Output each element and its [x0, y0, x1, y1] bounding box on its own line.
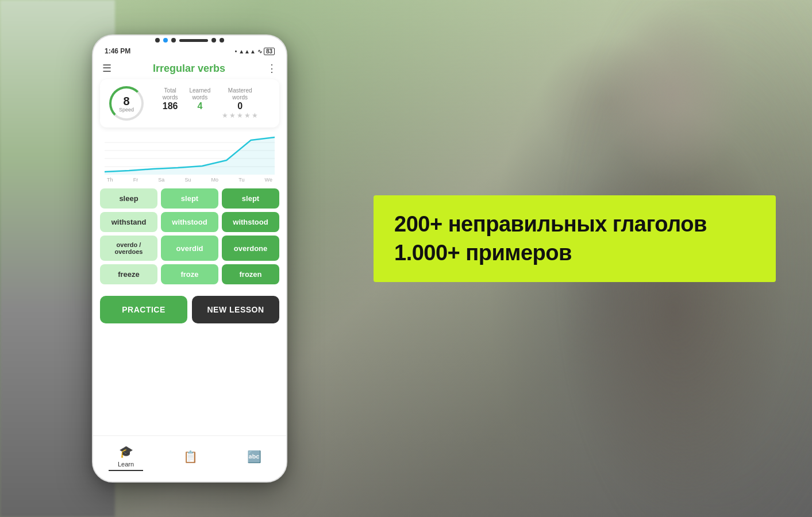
translate-icon: 🔤: [247, 450, 261, 464]
more-menu-icon[interactable]: ⋮: [267, 62, 277, 75]
verb-overdo-past[interactable]: overdid: [161, 236, 218, 261]
stats-card: 8 Speed Totalwords 186 Learnedwords 4 Ma…: [100, 79, 279, 128]
verbs-list: sleep slept slept withstand withstood wi…: [93, 188, 286, 284]
speed-circle: 8 Speed: [109, 86, 144, 121]
phone-wrapper: 1:46 PM • ▲▲▲ ∿ 83 ☰ Irregular verbs ⋮ 8…: [92, 34, 287, 483]
mastered-label: Masteredwords: [222, 87, 258, 101]
speed-value: 8: [123, 95, 129, 108]
learned-value: 4: [190, 101, 211, 111]
status-time: 1:46 PM: [105, 47, 130, 55]
new-lesson-button[interactable]: NEW LESSON: [192, 296, 279, 323]
action-buttons: PRACTICE NEW LESSON: [100, 296, 279, 323]
verb-row-overdo: overdo /overdoes overdid overdone: [100, 236, 279, 261]
chart-label-th: Th: [107, 177, 113, 183]
star-5: ★: [252, 111, 258, 119]
promo-line2: 1.000+ примеров: [394, 240, 755, 267]
notch-dot-5: [220, 38, 224, 43]
chart-x-labels: Th Fr Sa Su Mo Tu We: [105, 177, 275, 183]
verb-sleep-pp[interactable]: slept: [222, 188, 279, 209]
verb-overdo-base[interactable]: overdo /overdoes: [100, 236, 157, 261]
status-icons: • ▲▲▲ ∿ 83: [235, 48, 275, 55]
stats-columns: Totalwords 186 Learnedwords 4 Masteredwo…: [151, 87, 270, 119]
phone: 1:46 PM • ▲▲▲ ∿ 83 ☰ Irregular verbs ⋮ 8…: [92, 34, 287, 483]
star-1: ★: [222, 111, 228, 119]
nav-learn[interactable]: 🎓 Learn: [109, 442, 143, 471]
app-title-colored: Irregular: [153, 63, 195, 74]
hamburger-menu[interactable]: ☰: [102, 62, 111, 75]
practice-button[interactable]: PRACTICE: [100, 296, 187, 323]
learned-words-col: Learnedwords 4: [190, 87, 211, 119]
star-4: ★: [244, 111, 251, 119]
chart-label-tu: Tu: [238, 177, 244, 183]
chart-label-we: We: [265, 177, 272, 183]
notch-area: [93, 36, 286, 43]
notch-pill: [179, 39, 208, 42]
app-title: Irregular verbs: [153, 63, 225, 75]
mastered-words-col: Masteredwords 0 ★ ★ ★ ★ ★: [222, 87, 258, 119]
verb-withstand-base[interactable]: withstand: [100, 212, 157, 232]
app-title-plain: verbs: [195, 63, 225, 74]
bottom-nav: 🎓 Learn 📋 🔤: [93, 435, 286, 481]
verb-withstand-past[interactable]: withstood: [161, 212, 218, 232]
speed-label: Speed: [119, 107, 134, 113]
svg-marker-4: [105, 137, 275, 175]
verb-freeze-base[interactable]: freeze: [100, 264, 157, 284]
verb-sleep-past[interactable]: slept: [161, 188, 218, 209]
verb-row-freeze: freeze froze frozen: [100, 264, 279, 284]
promo-line1: 200+ неправильных глаголов: [394, 211, 755, 238]
status-bar: 1:46 PM • ▲▲▲ ∿ 83: [93, 43, 286, 57]
chart-label-su: Su: [184, 177, 191, 183]
verb-overdo-pp[interactable]: overdone: [222, 236, 279, 261]
chart-container: Th Fr Sa Su Mo Tu We: [100, 132, 279, 184]
nav-learn-label: Learn: [118, 461, 134, 468]
battery-icon: 83: [264, 48, 275, 55]
learned-label: Learnedwords: [190, 87, 211, 101]
verb-freeze-past[interactable]: froze: [161, 264, 218, 284]
total-words-col: Totalwords 186: [163, 87, 178, 119]
progress-chart: [105, 134, 275, 175]
verb-sleep-base[interactable]: sleep: [100, 188, 157, 209]
nav-translate[interactable]: 🔤: [238, 447, 271, 466]
chart-label-sa: Sa: [158, 177, 164, 183]
signal-icon: ▲▲▲: [238, 48, 256, 55]
total-value: 186: [163, 101, 178, 111]
verb-freeze-pp[interactable]: frozen: [222, 264, 279, 284]
stars-row: ★ ★ ★ ★ ★: [222, 111, 258, 119]
notch-dot-4: [211, 38, 216, 43]
bluetooth-icon: •: [235, 48, 237, 55]
verb-row-withstand: withstand withstood withstood: [100, 212, 279, 232]
mastered-value: 0: [222, 101, 258, 111]
list-icon: 📋: [183, 450, 198, 464]
notch-dot-1: [155, 38, 160, 43]
chart-label-fr: Fr: [133, 177, 138, 183]
star-2: ★: [229, 111, 236, 119]
verb-row-sleep: sleep slept slept: [100, 188, 279, 209]
learn-icon: 🎓: [119, 445, 133, 458]
notch-dot-3: [171, 38, 176, 43]
total-label: Totalwords: [163, 87, 178, 101]
nav-list[interactable]: 📋: [174, 447, 207, 466]
star-3: ★: [237, 111, 243, 119]
app-bar: ☰ Irregular verbs ⋮: [93, 57, 286, 79]
promo-panel: 200+ неправильных глаголов 1.000+ пример…: [374, 195, 776, 282]
notch-dot-2: [163, 38, 168, 43]
verb-withstand-pp[interactable]: withstood: [222, 212, 279, 232]
chart-label-mo: Mo: [211, 177, 219, 183]
wifi-icon: ∿: [257, 48, 262, 55]
